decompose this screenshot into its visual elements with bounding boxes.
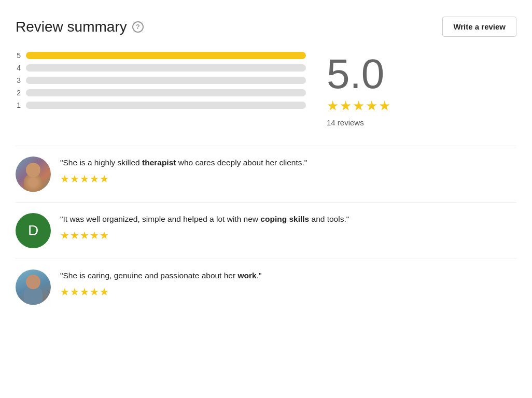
star-icon: ★ xyxy=(90,286,99,298)
bar-track xyxy=(26,102,306,109)
bar-row: 4 xyxy=(16,64,306,72)
rating-summary: 54321 5.0 ★★★★★ 14 reviews xyxy=(16,51,516,127)
bar-row: 2 xyxy=(16,89,306,97)
bar-track xyxy=(26,77,306,84)
star-icon: ★ xyxy=(70,229,79,241)
avatar xyxy=(16,157,51,192)
star-icon: ★ xyxy=(379,98,390,114)
star-icon: ★ xyxy=(80,229,89,241)
star-icon: ★ xyxy=(100,286,109,298)
bar-label: 1 xyxy=(16,101,21,109)
write-review-button[interactable]: Write a review xyxy=(442,17,516,37)
header-row: Review summary ? Write a review xyxy=(16,17,516,37)
avatar: D xyxy=(16,213,51,248)
review-text: "It was well organized, simple and helpe… xyxy=(60,213,516,225)
star-icon: ★ xyxy=(80,173,89,185)
bars-section: 54321 xyxy=(16,51,306,109)
bar-row: 1 xyxy=(16,101,306,109)
avatar xyxy=(16,269,51,305)
bar-row: 5 xyxy=(16,51,306,60)
overall-stars: ★★★★★ xyxy=(327,98,390,114)
star-icon: ★ xyxy=(60,286,69,298)
bar-fill xyxy=(26,52,306,59)
review-stars: ★★★★★ xyxy=(60,286,516,298)
header-left: Review summary ? xyxy=(16,19,144,35)
bar-track xyxy=(26,52,306,59)
star-icon: ★ xyxy=(90,173,99,185)
reviews-list: "She is a highly skilled therapist who c… xyxy=(16,146,516,315)
review-item: D"It was well organized, simple and help… xyxy=(16,202,516,259)
overall-score: 5.0 xyxy=(327,53,384,95)
bar-track xyxy=(26,64,306,72)
star-icon: ★ xyxy=(90,229,99,241)
review-content: "She is caring, genuine and passionate a… xyxy=(60,269,516,298)
review-stars: ★★★★★ xyxy=(60,229,516,241)
review-text: "She is caring, genuine and passionate a… xyxy=(60,269,516,281)
review-content: "It was well organized, simple and helpe… xyxy=(60,213,516,241)
star-icon: ★ xyxy=(80,286,89,298)
star-icon: ★ xyxy=(70,173,79,185)
star-icon: ★ xyxy=(60,229,69,241)
star-icon: ★ xyxy=(366,98,377,114)
review-item: "She is a highly skilled therapist who c… xyxy=(16,146,516,202)
star-icon: ★ xyxy=(100,229,109,241)
help-icon[interactable]: ? xyxy=(132,21,144,33)
bar-label: 3 xyxy=(16,76,21,84)
review-stars: ★★★★★ xyxy=(60,173,516,185)
review-item: "She is caring, genuine and passionate a… xyxy=(16,259,516,315)
star-icon: ★ xyxy=(70,286,79,298)
score-section: 5.0 ★★★★★ 14 reviews xyxy=(327,51,390,127)
star-icon: ★ xyxy=(340,98,352,114)
review-text: "She is a highly skilled therapist who c… xyxy=(60,157,516,168)
star-icon: ★ xyxy=(100,173,109,185)
page-title: Review summary xyxy=(16,19,127,35)
review-count: 14 reviews xyxy=(327,118,364,127)
bar-track xyxy=(26,89,306,96)
star-icon: ★ xyxy=(60,173,69,185)
bar-row: 3 xyxy=(16,76,306,84)
star-icon: ★ xyxy=(353,98,365,114)
bar-label: 4 xyxy=(16,64,21,72)
star-icon: ★ xyxy=(327,98,339,114)
review-content: "She is a highly skilled therapist who c… xyxy=(60,157,516,185)
bar-label: 5 xyxy=(16,51,21,60)
bar-label: 2 xyxy=(16,89,21,97)
